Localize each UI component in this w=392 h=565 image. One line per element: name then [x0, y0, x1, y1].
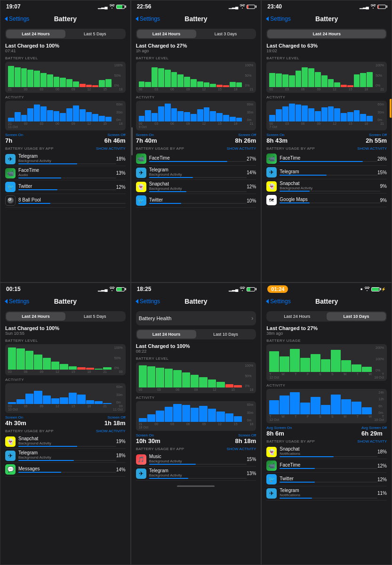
segment-control-3[interactable]: Last 24 Hours — [266, 29, 387, 39]
battery-icon-6 — [371, 287, 380, 291]
nav-title-4: Battery — [54, 298, 77, 305]
app-row-2-3: 🐦 Twitter 10% — [136, 194, 256, 208]
segment-5d-4[interactable]: Last 5 Days — [65, 312, 125, 321]
nav-title-6: Battery — [315, 298, 338, 305]
battery-icon-3 — [377, 5, 386, 9]
segment-24h-6[interactable]: Last 24 Hours — [267, 312, 327, 321]
status-bar-2: 22:56 ▁▂▄ — [131, 0, 261, 12]
app-row-1-0: ✈ Telegram Background Activity 18% — [5, 152, 126, 166]
segment-5d-1[interactable]: Last 5 Days — [65, 30, 125, 38]
signal-icon-5: ▁▂▄ — [229, 287, 238, 291]
app-row-4-2: 💬 Messages 14% — [5, 463, 126, 476]
section-header-1: BATTERY USAGE BY APP SHOW ACTIVITY — [5, 146, 126, 151]
app-row-5-0: 🎵 Music Background Activity 15% — [136, 452, 256, 467]
nav-back-2[interactable]: Settings — [135, 16, 160, 22]
segment-24h-1[interactable]: Last 24 Hours — [6, 30, 65, 38]
time-5: 18:25 — [137, 286, 152, 292]
activity-chart-2: 60m30m0m 0003060912151821 9 Oct — [136, 101, 256, 130]
app-row-3-1: ✈ Telegram 15% — [266, 166, 387, 179]
screen-time-3: Screen On 8h 43m Screen Off 2h 55m — [266, 133, 387, 144]
activity-chart-6: 24h12h6h0m TWTFSSMTWT 12 Oct-----18 Oct — [266, 389, 387, 423]
segment-3d-2[interactable]: Last 3 Days — [196, 30, 256, 38]
app-row-2-2: 👻 Snapchat Background Activity 12% — [136, 180, 256, 194]
battery-level-label-1: BATTERY LEVEL — [5, 56, 126, 60]
app-row-5-1: ✈ Telegram Background Activity 13% — [136, 467, 256, 481]
signal-icon: ▁▂▄ — [98, 4, 107, 9]
time-badge-6: 01:24 — [267, 285, 288, 293]
wifi-icon-3 — [370, 4, 376, 9]
activity-chart-1: 60m30m0m 2100030609121518 11 Oct — [5, 101, 126, 130]
charged-info-1: Last Charged to 100% 07:41 — [5, 43, 126, 53]
status-bar-5: 18:25 ▁▂▄ — [131, 283, 261, 294]
app-row-4-0: 👻 Snapchat Background Activity 19% — [5, 435, 126, 449]
nav-back-3[interactable]: Settings — [265, 16, 290, 22]
app-icon-facetime-1: 📹 — [5, 168, 16, 178]
nav-back-1[interactable]: Settings — [4, 16, 29, 22]
charged-info-4: Last Charged to 100% Sun 10:55 — [5, 325, 126, 336]
app-row-6-2: 🐦 Twitter 12% — [266, 473, 387, 486]
segment-10d-5[interactable]: Last 10 Days — [196, 330, 256, 339]
nav-back-4[interactable]: Settings — [4, 298, 29, 305]
battery-usage-chart-6: 200%100%0% TWTFSSMTWT 12 Oct-----18 Oct — [266, 344, 387, 381]
wifi-icon-2 — [240, 4, 245, 9]
charged-info-2: Last Charged to 27% 1h ago — [136, 43, 256, 53]
nav-bar-2: Settings Battery — [131, 12, 261, 26]
panel-4: 00:15 ▁▂▄ Settings Battery Last 24 Hours… — [0, 282, 131, 565]
app-icon-facetime-3: 📹 — [266, 153, 277, 164]
app-row-6-1: 📹 FaceTime 12% — [266, 459, 387, 473]
app-icon-googlemaps-3: 🗺 — [266, 195, 277, 205]
battery-icon-4 — [116, 287, 125, 291]
activity-chart-3: 60m30m0m 0003060912151821 7 Oct — [266, 101, 387, 130]
segment-24h-4[interactable]: Last 24 Hours — [6, 312, 65, 321]
status-bar-3: 23:40 ▁▂▄ — [262, 0, 392, 12]
status-icons-1: ▁▂▄ — [98, 4, 124, 9]
segment-control-6[interactable]: Last 24 Hours Last 10 Days — [266, 311, 387, 322]
wifi-icon-4 — [109, 287, 115, 292]
scroll-content-1: Last 24 Hours Last 5 Days Last Charged t… — [0, 26, 130, 282]
battery-chart-1: 100%50%0% 2100030609121518 — [5, 62, 126, 93]
screen-time-4: Screen On 4h 30m Screen Off 1h 18m — [5, 415, 126, 427]
segment-control-2[interactable]: Last 24 Hours Last 3 Days — [136, 29, 256, 39]
battery-health-row[interactable]: Battery Health › — [136, 311, 256, 325]
wifi-icon-5 — [240, 287, 245, 292]
nav-bar-6: Settings Battery — [262, 294, 392, 308]
status-icons-4: ▁▂▄ — [98, 287, 124, 292]
segment-10d-6[interactable]: Last 10 Days — [327, 312, 386, 321]
time-4: 00:15 — [6, 286, 21, 292]
charged-info-5: Last Charged to 100% 08:22 — [136, 343, 256, 354]
activity-chart-4: 60m30m0m 0306091215182100 10 Oct11 Oct — [5, 383, 126, 413]
charged-info-3: Last Charged to 63% 19:02 — [266, 43, 387, 53]
segment-control-1[interactable]: Last 24 Hours Last 5 Days — [5, 29, 126, 39]
app-row-3-2: 👻 Snapchat Background Activity 9% — [266, 179, 387, 194]
segment-control-5[interactable]: Last 24 Hours Last 10 Days — [136, 329, 256, 339]
signal-icon-4: ▁▂▄ — [98, 287, 107, 291]
segment-24h-5[interactable]: Last 24 Hours — [137, 330, 196, 339]
scroll-content-5: Battery Health › Last 24 Hours Last 10 D… — [131, 308, 261, 565]
app-row-4-1: ✈ Telegram Background Activity 18% — [5, 449, 126, 463]
signal-icon-3: ▁▂▄ — [360, 4, 369, 9]
nav-back-6[interactable]: Settings — [265, 298, 290, 305]
time-2: 22:56 — [137, 3, 152, 10]
battery-health-arrow: › — [251, 315, 253, 322]
nav-back-5[interactable]: Settings — [135, 298, 160, 305]
battery-chart-5: 100%50%0% 00030609121518 — [136, 362, 256, 393]
app-row-3-3: 🗺 Google Maps 9% — [266, 194, 387, 207]
nav-bar-3: Settings Battery — [262, 12, 392, 26]
panel-6: 01:24 ● ⚡ Settings Battery Last 24 Hours… — [261, 282, 392, 565]
segment-24h-3[interactable]: Last 24 Hours — [267, 30, 386, 38]
panel-3: 23:40 ▁▂▄ Settings Battery Last 24 Hours… — [261, 0, 392, 282]
app-row-3-0: 📹 FaceTime 28% — [266, 152, 387, 166]
status-bar-4: 00:15 ▁▂▄ — [0, 283, 130, 294]
segment-24h-2[interactable]: Last 24 Hours — [137, 30, 196, 38]
signal-icon-2: ▁▂▄ — [229, 4, 238, 9]
activity-axis-1: 2100030609121518 — [8, 122, 123, 125]
screen-time-6: Avg Screen On 8h 6m Avg Screen Off 6h 29… — [266, 426, 387, 437]
time-1: 19:07 — [6, 3, 21, 10]
status-icons-6: ● ⚡ — [360, 287, 386, 292]
battery-chart-4: 100%50%0% 0306091215182100 — [5, 344, 126, 375]
screen-time-1: Screen On 7h Screen Off 6h 46m — [5, 133, 126, 144]
app-icon-telegram-2: ✈ — [136, 168, 146, 178]
segment-control-4[interactable]: Last 24 Hours Last 5 Days — [5, 311, 126, 322]
battery-chart-2: 100%50%0% 0003060912151821 — [136, 62, 256, 93]
time-3: 23:40 — [267, 3, 282, 10]
